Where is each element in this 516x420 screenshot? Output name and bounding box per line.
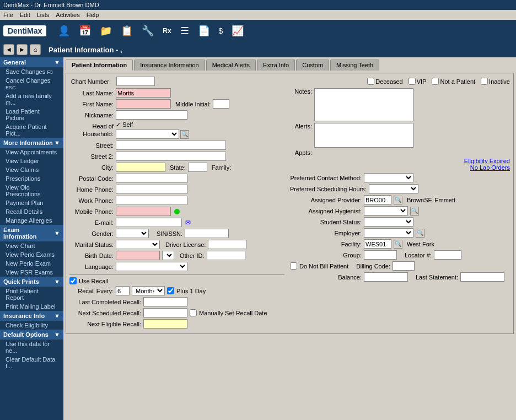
menu-edit[interactable]: Edit xyxy=(20,12,30,18)
inactive-checkbox[interactable] xyxy=(481,78,488,85)
document-button[interactable]: 📄 xyxy=(195,23,213,39)
back-button[interactable]: ◄ xyxy=(3,44,14,55)
preferred-contact-select[interactable] xyxy=(364,173,413,182)
notes-textarea[interactable] xyxy=(314,88,413,121)
menu-file[interactable]: File xyxy=(3,12,13,18)
language-select[interactable] xyxy=(116,262,187,271)
chart-number-input[interactable] xyxy=(116,77,155,86)
tab-medical-alerts[interactable]: Medical Alerts xyxy=(206,60,256,71)
list-button[interactable]: ☰ xyxy=(178,23,192,39)
vip-checkbox[interactable] xyxy=(409,78,416,85)
eligibility-expired-link[interactable]: Eligibility Expired xyxy=(464,158,510,164)
tab-insurance-information[interactable]: Insurance Information xyxy=(134,60,205,71)
alerts-textarea[interactable] xyxy=(314,123,413,148)
birth-date-input[interactable] xyxy=(116,251,160,260)
head-of-household-select[interactable] xyxy=(116,130,179,139)
state-input[interactable] xyxy=(188,163,207,172)
sidebar-item-recall-details[interactable]: Recall Details xyxy=(0,207,63,216)
household-search-button[interactable]: 🔍 xyxy=(180,130,189,139)
gender-select[interactable] xyxy=(116,229,149,238)
street2-input[interactable] xyxy=(116,152,226,161)
tab-patient-information[interactable]: Patient Information xyxy=(66,60,133,71)
sidebar-item-print-label[interactable]: Print Mailing Label xyxy=(0,302,63,311)
employer-search-button[interactable]: 🔍 xyxy=(416,229,424,238)
sidebar-section-default[interactable]: Default Options ▼ xyxy=(0,330,63,340)
sidebar-section-insurance[interactable]: Insurance Info ▼ xyxy=(0,311,63,321)
email-input[interactable] xyxy=(116,218,182,227)
mobile-phone-input[interactable] xyxy=(116,207,171,216)
no-lab-orders-link[interactable]: No Lab Orders xyxy=(470,164,510,171)
locator-input[interactable] xyxy=(434,250,461,260)
sidebar-section-exam[interactable]: Exam Information ▼ xyxy=(0,225,63,241)
sidebar-item-view-ledger[interactable]: View Ledger xyxy=(0,157,63,165)
sidebar-item-save-changes[interactable]: Save Changes F3 xyxy=(0,67,63,76)
do-not-bill-checkbox[interactable] xyxy=(290,262,297,270)
street-input[interactable] xyxy=(116,141,226,150)
chart-button[interactable]: 📈 xyxy=(229,23,246,39)
sidebar-item-view-chart[interactable]: View Chart xyxy=(0,241,63,250)
tools-button[interactable]: 🔧 xyxy=(139,23,157,39)
forward-button[interactable]: ► xyxy=(17,44,28,55)
first-name-input[interactable] xyxy=(116,99,171,109)
tab-extra-info[interactable]: Extra Info xyxy=(257,60,295,71)
sin-ssn-input[interactable] xyxy=(185,229,229,238)
sidebar-item-view-perio[interactable]: View Perio Exams xyxy=(0,250,63,259)
facility-search-button[interactable]: 🔍 xyxy=(394,240,402,249)
tab-missing-teeth[interactable]: Missing Teeth xyxy=(330,60,379,71)
middle-initial-input[interactable] xyxy=(213,99,229,109)
sidebar-item-use-data[interactable]: Use this data for ne... xyxy=(0,340,63,355)
sidebar-item-view-psr[interactable]: View PSR Exams xyxy=(0,268,63,277)
sidebar-item-old-prescriptions[interactable]: View Old Prescriptions xyxy=(0,183,63,198)
recall-every-input[interactable] xyxy=(116,286,130,295)
provider-search-button[interactable]: 🔍 xyxy=(394,196,402,204)
sidebar-item-load-picture[interactable]: Load Patient Picture xyxy=(0,107,63,122)
next-scheduled-input[interactable] xyxy=(143,308,187,317)
last-name-input[interactable] xyxy=(116,88,171,98)
sidebar-item-view-claims[interactable]: View Claims xyxy=(0,165,63,174)
preferred-scheduling-select[interactable] xyxy=(369,184,418,193)
sidebar-section-more-info[interactable]: More Information ▼ xyxy=(0,138,63,148)
other-id-input[interactable] xyxy=(207,251,245,260)
use-recall-checkbox[interactable] xyxy=(69,277,77,284)
sidebar-item-new-perio[interactable]: New Perio Exam xyxy=(0,259,63,268)
menu-help[interactable]: Help xyxy=(87,12,99,18)
patients-button[interactable]: 👤 xyxy=(55,23,73,39)
birth-date-dropdown[interactable] xyxy=(162,251,174,260)
marital-status-select[interactable] xyxy=(116,240,160,249)
nickname-input[interactable] xyxy=(116,110,187,120)
rx-button[interactable]: Rx xyxy=(160,25,174,36)
not-patient-checkbox[interactable] xyxy=(432,78,439,85)
sidebar-item-prescriptions[interactable]: Prescriptions xyxy=(0,174,63,183)
sidebar-item-allergies[interactable]: Manage Allergies xyxy=(0,216,63,225)
work-phone-input[interactable] xyxy=(116,196,187,205)
employer-select[interactable] xyxy=(364,228,413,238)
billing-button[interactable]: $ xyxy=(216,25,226,37)
city-input[interactable] xyxy=(116,163,165,172)
email-icon[interactable]: ✉ xyxy=(185,219,191,227)
tab-custom[interactable]: Custom xyxy=(296,60,329,71)
sidebar-section-general[interactable]: General ▼ xyxy=(0,57,63,67)
group-input[interactable] xyxy=(364,250,397,260)
hygienist-search-button[interactable]: 🔍 xyxy=(410,207,419,216)
sidebar-item-view-appointments[interactable]: View Appointments xyxy=(0,148,63,157)
last-completed-input[interactable] xyxy=(143,297,187,306)
billing-code-input[interactable] xyxy=(393,261,415,271)
sidebar-item-clear-data[interactable]: Clear Default Data f... xyxy=(0,355,63,370)
sidebar-item-print-report[interactable]: Print Patient Report xyxy=(0,287,63,302)
clipboard-button[interactable]: 📋 xyxy=(118,23,136,39)
sidebar-item-cancel-changes[interactable]: Cancel Changes ESC xyxy=(0,76,63,91)
next-eligible-input[interactable] xyxy=(143,319,187,329)
facility-input[interactable] xyxy=(364,239,391,249)
student-status-select[interactable] xyxy=(364,217,413,227)
schedule-button[interactable]: 📅 xyxy=(76,23,94,39)
plus-one-day-checkbox[interactable] xyxy=(167,287,174,294)
home-button[interactable]: ⌂ xyxy=(30,44,41,55)
recall-months-select[interactable]: Months xyxy=(132,286,165,295)
deceased-checkbox[interactable] xyxy=(367,78,374,85)
menu-lists[interactable]: Lists xyxy=(37,12,50,18)
sidebar-item-acquire-picture[interactable]: Acquire Patient Pict... xyxy=(0,122,63,138)
assigned-hygienist-select[interactable] xyxy=(364,206,408,216)
sidebar-item-check-eligibility[interactable]: Check Eligibility xyxy=(0,321,63,330)
home-phone-input[interactable] xyxy=(116,185,187,194)
folder-button[interactable]: 📁 xyxy=(97,23,115,39)
